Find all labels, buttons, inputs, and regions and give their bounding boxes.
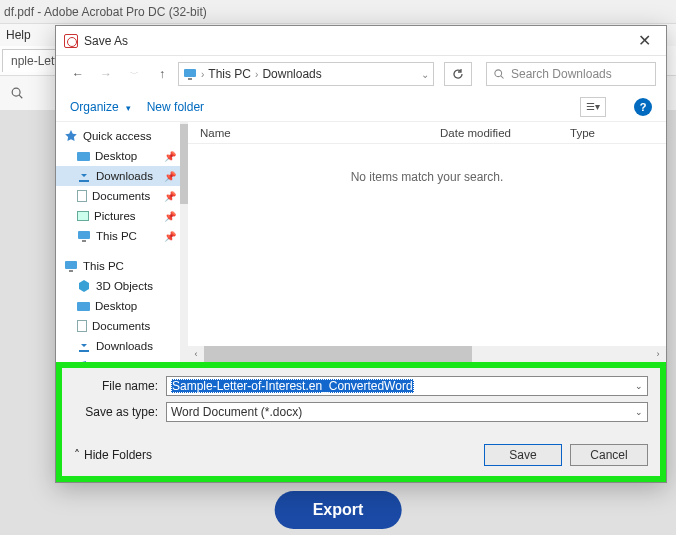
svg-line-5 bbox=[501, 76, 504, 79]
nav-row: ← → ﹀ ↑ › This PC › Downloads ⌄ Search D… bbox=[56, 56, 666, 92]
breadcrumb[interactable]: › This PC › Downloads ⌄ bbox=[178, 62, 434, 86]
save-type-value: Word Document (*.docx) bbox=[171, 405, 302, 419]
chevron-right-icon: › bbox=[201, 69, 204, 80]
back-arrow-icon[interactable]: ← bbox=[66, 62, 90, 86]
save-type-label: Save as type: bbox=[74, 405, 166, 419]
pin-icon: 📌 bbox=[164, 171, 176, 182]
nav-scrollbar[interactable] bbox=[180, 122, 188, 362]
svg-rect-3 bbox=[188, 78, 192, 80]
chevron-down-icon[interactable]: ⌄ bbox=[421, 69, 429, 80]
dialog-titlebar: Save As ✕ bbox=[56, 26, 666, 56]
document-icon bbox=[77, 320, 87, 332]
hide-folders-toggle[interactable]: ˄ Hide Folders bbox=[74, 448, 152, 462]
svg-line-1 bbox=[19, 95, 22, 98]
pc-icon bbox=[64, 259, 78, 273]
scroll-right-icon[interactable]: › bbox=[650, 346, 666, 362]
svg-point-4 bbox=[495, 70, 502, 77]
search-icon bbox=[493, 68, 505, 80]
desktop-icon bbox=[77, 302, 90, 311]
file-name-value: Sample-Letter-of-Interest.en_ConvertedWo… bbox=[171, 379, 414, 393]
tree-quick-access[interactable]: Quick access bbox=[56, 126, 180, 146]
document-icon bbox=[77, 190, 87, 202]
refresh-icon[interactable] bbox=[444, 62, 472, 86]
save-as-dialog: Save As ✕ ← → ﹀ ↑ › This PC › Downloads … bbox=[55, 25, 667, 483]
svg-rect-8 bbox=[65, 261, 77, 269]
file-name-label: File name: bbox=[74, 379, 166, 393]
tree-item-thispc-qa[interactable]: This PC📌 bbox=[56, 226, 180, 246]
search-icon[interactable] bbox=[10, 86, 24, 100]
empty-message: No items match your search. bbox=[188, 144, 666, 346]
chevron-down-icon[interactable]: ⌄ bbox=[635, 407, 643, 417]
acrobat-titlebar: df.pdf - Adobe Acrobat Pro DC (32-bit) bbox=[0, 0, 676, 24]
star-icon bbox=[64, 129, 78, 143]
nav-tree[interactable]: Quick access Desktop📌 Downloads📌 Documen… bbox=[56, 122, 180, 362]
file-list: Name Date modified Type No items match y… bbox=[188, 122, 666, 362]
horizontal-scrollbar[interactable]: ‹ › bbox=[188, 346, 666, 362]
tree-item-music[interactable]: Music bbox=[56, 356, 180, 362]
pin-icon: 📌 bbox=[164, 211, 176, 222]
pin-icon: 📌 bbox=[164, 231, 176, 242]
file-name-input[interactable]: Sample-Letter-of-Interest.en_ConvertedWo… bbox=[166, 376, 648, 396]
file-browser: Quick access Desktop📌 Downloads📌 Documen… bbox=[56, 122, 666, 362]
organize-menu[interactable]: Organize bbox=[70, 100, 129, 114]
breadcrumb-folder[interactable]: Downloads bbox=[262, 67, 321, 81]
tree-item-3dobjects[interactable]: 3D Objects bbox=[56, 276, 180, 296]
cancel-button[interactable]: Cancel bbox=[570, 444, 648, 466]
scroll-left-icon[interactable]: ‹ bbox=[188, 346, 204, 362]
svg-rect-9 bbox=[69, 270, 73, 272]
chevron-right-icon: › bbox=[255, 69, 258, 80]
help-icon[interactable]: ? bbox=[634, 98, 652, 116]
search-placeholder: Search Downloads bbox=[511, 67, 612, 81]
close-icon[interactable]: ✕ bbox=[630, 31, 658, 50]
col-name[interactable]: Name bbox=[188, 127, 428, 139]
list-header[interactable]: Name Date modified Type bbox=[188, 122, 666, 144]
dialog-title: Save As bbox=[84, 34, 630, 48]
pdf-icon bbox=[64, 34, 78, 48]
view-options-button[interactable]: ☰▾ bbox=[580, 97, 606, 117]
pin-icon: 📌 bbox=[164, 191, 176, 202]
new-folder-button[interactable]: New folder bbox=[147, 100, 204, 114]
forward-arrow-icon: → bbox=[94, 62, 118, 86]
tree-this-pc[interactable]: This PC bbox=[56, 256, 180, 276]
pictures-icon bbox=[77, 211, 89, 221]
save-button[interactable]: Save bbox=[484, 444, 562, 466]
svg-rect-6 bbox=[78, 231, 90, 239]
pin-icon: 📌 bbox=[164, 151, 176, 162]
menu-help[interactable]: Help bbox=[6, 28, 31, 42]
chevron-up-icon: ˄ bbox=[74, 448, 80, 462]
tree-item-desktop-pc[interactable]: Desktop bbox=[56, 296, 180, 316]
svg-rect-7 bbox=[82, 240, 86, 242]
save-form-panel: File name: Sample-Letter-of-Interest.en_… bbox=[56, 362, 666, 482]
up-arrow-icon[interactable]: ↑ bbox=[150, 62, 174, 86]
save-type-select[interactable]: Word Document (*.docx) ⌄ bbox=[166, 402, 648, 422]
chevron-down-icon[interactable]: ⌄ bbox=[635, 381, 643, 391]
search-input[interactable]: Search Downloads bbox=[486, 62, 656, 86]
tree-item-downloads[interactable]: Downloads📌 bbox=[56, 166, 180, 186]
svg-rect-2 bbox=[184, 69, 196, 77]
tree-item-downloads-pc[interactable]: Downloads bbox=[56, 336, 180, 356]
tree-item-pictures[interactable]: Pictures📌 bbox=[56, 206, 180, 226]
export-button[interactable]: Export bbox=[275, 491, 402, 529]
svg-point-0 bbox=[12, 88, 20, 96]
organize-toolbar: Organize New folder ☰▾ ? bbox=[56, 92, 666, 122]
tree-item-desktop[interactable]: Desktop📌 bbox=[56, 146, 180, 166]
recent-chevron-icon[interactable]: ﹀ bbox=[122, 62, 146, 86]
acrobat-title: df.pdf - Adobe Acrobat Pro DC (32-bit) bbox=[4, 5, 207, 19]
desktop-icon bbox=[77, 152, 90, 161]
col-type[interactable]: Type bbox=[558, 127, 666, 139]
music-icon bbox=[77, 359, 91, 362]
col-date[interactable]: Date modified bbox=[428, 127, 558, 139]
pc-icon bbox=[183, 67, 197, 81]
download-icon bbox=[77, 169, 91, 183]
breadcrumb-root[interactable]: This PC bbox=[208, 67, 251, 81]
tree-item-documents[interactable]: Documents📌 bbox=[56, 186, 180, 206]
pc-icon bbox=[77, 229, 91, 243]
cube-icon bbox=[77, 279, 91, 293]
tree-item-documents-pc[interactable]: Documents bbox=[56, 316, 180, 336]
download-icon bbox=[77, 339, 91, 353]
